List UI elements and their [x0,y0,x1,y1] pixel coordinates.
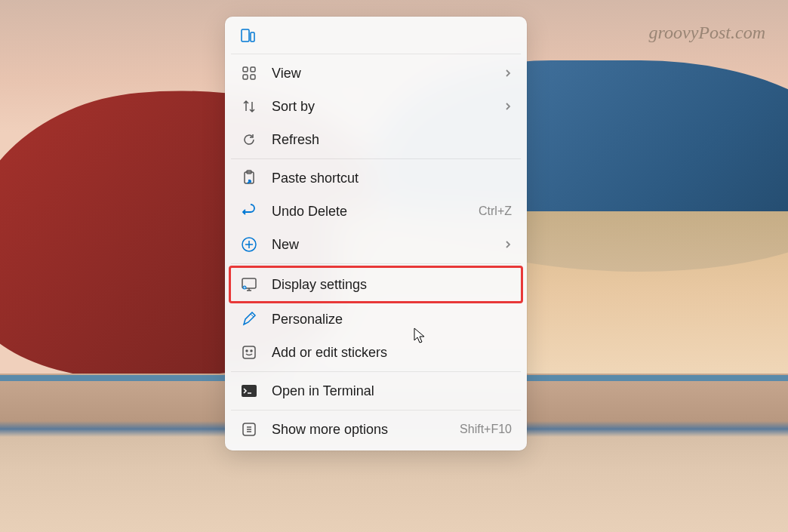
svg-point-13 [251,350,252,352]
refresh-icon [240,131,258,149]
layout-icon[interactable] [239,27,257,45]
show-more-icon [240,420,258,438]
menu-item-undo-delete[interactable]: Undo Delete Ctrl+Z [229,195,522,228]
menu-label: Sort by [272,99,504,115]
menu-label: New [272,237,504,253]
sort-icon [240,97,258,115]
menu-divider [231,158,521,159]
stickers-icon [240,343,258,361]
menu-header-row [229,21,522,51]
menu-item-paste-shortcut[interactable]: Paste shortcut [229,161,522,195]
menu-label: Show more options [272,422,460,438]
menu-item-sort-by[interactable]: Sort by [229,90,522,123]
menu-item-add-stickers[interactable]: Add or edit stickers [229,336,522,369]
menu-divider [231,54,521,54]
paste-shortcut-icon [240,169,258,187]
terminal-icon [240,382,258,400]
menu-divider [231,410,521,411]
svg-rect-1 [251,32,254,42]
undo-icon [240,202,258,220]
menu-label: Personalize [272,312,512,328]
svg-rect-2 [243,67,248,72]
svg-rect-4 [243,75,248,79]
menu-label: Paste shortcut [272,171,512,186]
svg-rect-11 [243,346,255,358]
desktop-context-menu: View Sort by Refresh [225,17,527,451]
menu-shortcut: Ctrl+Z [479,204,512,218]
menu-label: View [272,66,504,81]
menu-shortcut: Shift+F10 [460,423,512,436]
view-icon [240,64,258,82]
menu-item-view[interactable]: View [229,57,522,90]
menu-label: Undo Delete [272,204,479,220]
new-icon [240,235,258,254]
display-settings-icon [240,275,258,294]
menu-item-show-more-options[interactable]: Show more options Shift+F10 [229,413,522,446]
menu-item-personalize[interactable]: Personalize [229,303,522,336]
chevron-right-icon [504,239,512,250]
svg-point-12 [246,350,248,352]
menu-item-display-settings[interactable]: Display settings [229,266,523,303]
menu-divider [231,371,521,372]
svg-rect-14 [242,385,257,397]
chevron-right-icon [504,101,512,112]
menu-label: Refresh [272,132,512,148]
menu-item-refresh[interactable]: Refresh [229,123,522,156]
chevron-right-icon [504,68,512,78]
svg-rect-0 [242,29,249,42]
svg-rect-3 [251,67,255,72]
menu-label: Open in Terminal [272,383,512,399]
menu-item-new[interactable]: New [229,228,522,261]
menu-divider [231,263,521,264]
menu-item-open-terminal[interactable]: Open in Terminal [229,374,522,407]
personalize-icon [240,310,258,328]
menu-label: Display settings [272,277,512,293]
watermark-text: groovyPost.com [649,23,765,43]
svg-rect-5 [251,75,255,79]
menu-label: Add or edit stickers [272,345,512,361]
